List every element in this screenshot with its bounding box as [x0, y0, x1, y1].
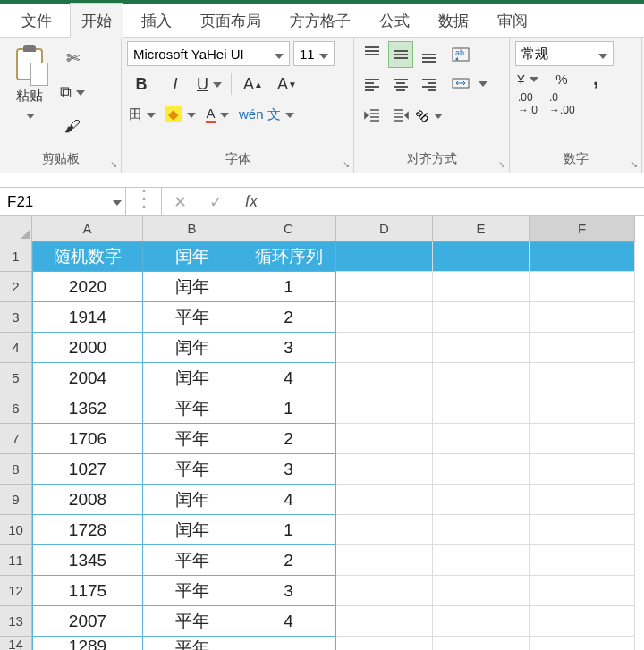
font-launcher[interactable]: ↘: [343, 159, 350, 169]
row-header[interactable]: 8: [0, 454, 32, 485]
cell[interactable]: [336, 272, 433, 302]
cell[interactable]: [336, 576, 433, 606]
cell[interactable]: [530, 515, 635, 545]
cell[interactable]: [530, 393, 635, 424]
cell[interactable]: 闰年: [143, 241, 242, 272]
align-middle[interactable]: [388, 41, 413, 68]
tab-layout[interactable]: 页面布局: [190, 4, 272, 37]
cell[interactable]: 1914: [32, 302, 143, 333]
italic-button[interactable]: I: [163, 72, 188, 97]
cell[interactable]: [336, 485, 433, 515]
bold-button[interactable]: B: [129, 72, 154, 97]
cell[interactable]: [433, 333, 530, 363]
clipboard-launcher[interactable]: ↘: [110, 159, 117, 169]
tab-kutools[interactable]: 方方格子: [279, 4, 361, 37]
align-bottom[interactable]: [417, 41, 442, 68]
cell[interactable]: 1175: [32, 576, 143, 606]
row-header[interactable]: 6: [0, 393, 32, 424]
inc-decimal-button[interactable]: .00→.0: [515, 91, 540, 116]
cell[interactable]: [433, 363, 530, 393]
cell[interactable]: [433, 241, 530, 272]
tab-home[interactable]: 开始: [70, 3, 123, 38]
cell[interactable]: 2020: [32, 272, 143, 302]
cell[interactable]: 平年: [143, 393, 242, 424]
cell[interactable]: [530, 606, 635, 637]
indent-decrease[interactable]: [360, 102, 385, 129]
cell[interactable]: 闰年: [143, 485, 242, 515]
dec-decimal-button[interactable]: .0→.00: [549, 91, 575, 116]
select-all-corner[interactable]: [0, 216, 32, 241]
orientation-button[interactable]: ab: [417, 102, 442, 129]
row-header[interactable]: 2: [0, 272, 32, 302]
cell[interactable]: 循环序列: [242, 241, 336, 272]
paste-icon[interactable]: [11, 43, 48, 86]
align-launcher[interactable]: ↘: [498, 159, 505, 169]
cell[interactable]: 2004: [32, 363, 143, 393]
shrink-font-button[interactable]: A▼: [275, 72, 300, 97]
cell[interactable]: [433, 515, 530, 545]
cell[interactable]: 1345: [32, 545, 143, 576]
tab-formulas[interactable]: 公式: [369, 4, 420, 37]
merge-button[interactable]: [447, 72, 491, 95]
cell[interactable]: [433, 393, 530, 424]
cell[interactable]: 2008: [32, 485, 143, 515]
enter-button[interactable]: ✓: [198, 188, 233, 215]
cell[interactable]: [336, 393, 433, 424]
underline-button[interactable]: U: [197, 72, 222, 97]
cell[interactable]: [336, 454, 433, 485]
format-painter-button[interactable]: 🖌: [59, 113, 86, 139]
row-header[interactable]: 12: [0, 576, 32, 606]
row-header[interactable]: 11: [0, 545, 32, 576]
indent-increase[interactable]: [388, 102, 413, 129]
cell[interactable]: [242, 637, 336, 650]
cell[interactable]: 4: [242, 606, 336, 637]
cell[interactable]: 闰年: [143, 515, 242, 545]
fx-button[interactable]: fx: [233, 188, 269, 215]
col-header[interactable]: A: [32, 216, 143, 241]
font-color-button[interactable]: A: [205, 102, 230, 127]
cell[interactable]: [433, 545, 530, 576]
cell[interactable]: [530, 424, 635, 454]
grow-font-button[interactable]: A▲: [241, 72, 266, 97]
cell[interactable]: [336, 606, 433, 637]
cell[interactable]: 平年: [143, 545, 242, 576]
align-right[interactable]: [417, 72, 442, 98]
row-header[interactable]: 9: [0, 485, 32, 515]
cell[interactable]: [336, 424, 433, 454]
cell[interactable]: [433, 637, 530, 650]
cell[interactable]: 2: [242, 545, 336, 576]
cell[interactable]: [530, 454, 635, 485]
col-header[interactable]: C: [242, 216, 336, 241]
paste-label[interactable]: 粘贴: [16, 88, 43, 105]
cell[interactable]: 平年: [143, 606, 242, 637]
border-button[interactable]: 田: [129, 102, 156, 127]
col-header[interactable]: D: [336, 216, 433, 241]
row-header[interactable]: 7: [0, 424, 32, 454]
col-header[interactable]: F: [530, 216, 635, 241]
cell[interactable]: 1728: [32, 515, 143, 545]
cell[interactable]: 闰年: [143, 272, 242, 302]
col-header[interactable]: B: [143, 216, 242, 241]
cell[interactable]: [433, 576, 530, 606]
cell[interactable]: 2: [242, 302, 336, 333]
cell[interactable]: [433, 302, 530, 333]
cell[interactable]: [530, 302, 635, 333]
font-name-select[interactable]: Microsoft YaHei UI: [127, 41, 290, 66]
comma-button[interactable]: ,: [583, 66, 608, 91]
cell[interactable]: [336, 302, 433, 333]
cell[interactable]: 闰年: [143, 333, 242, 363]
wrap-text-button[interactable]: ab: [447, 43, 491, 66]
cell[interactable]: 1027: [32, 454, 143, 485]
align-top[interactable]: [360, 41, 385, 68]
percent-button[interactable]: %: [549, 66, 574, 91]
row-header[interactable]: 4: [0, 333, 32, 363]
cell[interactable]: 平年: [143, 302, 242, 333]
tab-insert[interactable]: 插入: [131, 4, 182, 37]
cell[interactable]: [530, 272, 635, 302]
font-size-select[interactable]: 11: [293, 41, 335, 66]
cell[interactable]: [433, 424, 530, 454]
cell[interactable]: 1: [242, 393, 336, 424]
cell[interactable]: [530, 576, 635, 606]
cell[interactable]: 3: [242, 333, 336, 363]
formula-input[interactable]: [269, 188, 644, 215]
